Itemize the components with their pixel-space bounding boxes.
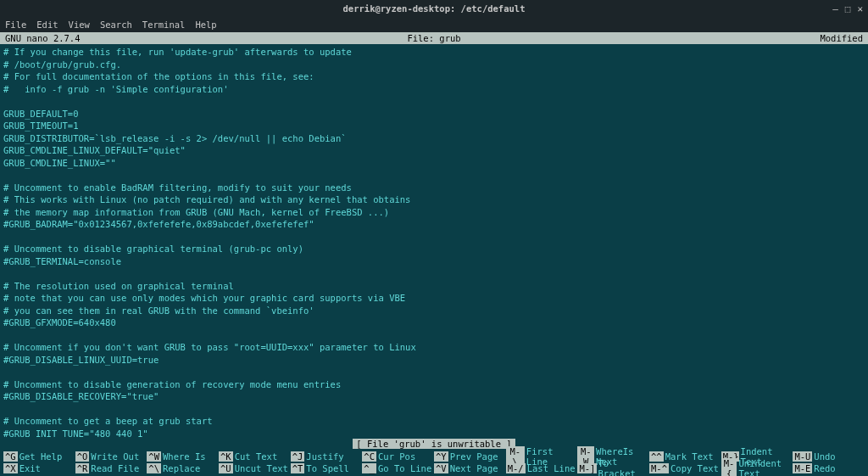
menu-help[interactable]: Help [195,20,216,30]
editor-line: #GRUB_INIT_TUNE="480 440 1" [3,428,865,439]
editor-line: GRUB_CMDLINE_LINUX="" [3,157,865,170]
shortcut-key: M-] [577,463,596,473]
shortcut-label: Get Help [19,451,63,462]
shortcut-key: ^R [75,463,90,473]
window-title: derrik@ryzen-desktop: /etc/default [343,3,526,14]
editor-line: # Uncomment to disable graphical termina… [3,243,865,255]
shortcut: M-/Last Line [506,462,578,474]
nano-version: GNU nano 2.7.4 [5,33,81,43]
shortcut-label: Copy Text [670,463,719,473]
shortcut-key: ^X [3,463,18,473]
shortcut-key: ^^ [649,451,664,462]
shortcut-label: Where Is [163,451,206,462]
shortcut: M-ERedo [793,462,865,474]
shortcut-label: Write Out [91,451,139,462]
shortcut-key: ^_ [362,463,376,473]
editor-line [3,169,865,182]
shortcut-key: ^\ [147,463,161,473]
shortcuts-panel: ^GGet Help^OWrite Out^WWhere Is^KCut Tex… [0,450,868,476]
shortcut-key: ^W [147,451,161,462]
editor-line: #GRUB_DISABLE_RECOVERY="true" [3,390,865,403]
editor-line [3,366,865,378]
editor-line [3,403,865,416]
editor-line: #GRUB_BADRAM="0x01234567,0xfefefefe,0x89… [3,218,865,231]
editor-line [3,231,865,244]
shortcut-key: ^T [291,463,305,473]
shortcut: ^OWrite Out [75,451,147,462]
editor-area[interactable]: # If you change this file, run 'update-g… [0,44,868,438]
shortcut: ^UUncut Text [219,462,291,474]
window-controls: – ⬚ ✕ [832,3,863,14]
title-bar: derrik@ryzen-desktop: /etc/default – ⬚ ✕ [0,0,868,17]
shortcut-key: M-^ [649,463,669,473]
shortcut: M-UUndo [793,451,865,462]
editor-line: #GRUB_TERMINAL=console [3,255,865,268]
editor-line [3,95,865,108]
minimize-button[interactable]: – [832,3,838,14]
status-message: [ File 'grub' is unwritable ] [353,439,515,449]
editor-line: # The resolution used on graphical termi… [3,280,865,293]
menu-view[interactable]: View [69,20,90,30]
shortcuts-row-2: ^XExit^RRead File^\Replace^UUncut Text^T… [3,462,865,474]
shortcut: ^KCut Text [219,451,291,462]
close-button[interactable]: ✕ [857,3,863,14]
menu-edit[interactable]: Edit [36,20,58,30]
shortcut: M-\First Line [506,451,578,462]
menu-bar: File Edit View Search Terminal Help [0,17,868,32]
shortcut-key: M-{ [721,458,737,476]
shortcut-key: ^Y [434,451,448,462]
shortcut-key: ^C [362,451,376,462]
shortcut-key: ^G [3,451,18,462]
shortcut-label: Exit [19,463,41,473]
nano-header: GNU nano 2.7.4 File: grub Modified [0,32,868,44]
shortcut: ^VNext Page [434,462,506,474]
menu-terminal[interactable]: Terminal [142,20,186,30]
shortcut-key: ^J [291,451,305,462]
nano-status: Modified [820,33,863,43]
shortcut-label: Go To Line [378,463,431,473]
shortcut-key: ^U [219,463,233,473]
shortcut-label: Cut Text [235,451,278,462]
status-row: [ File 'grub' is unwritable ] [0,438,868,450]
shortcut-label: Redo [814,463,835,473]
shortcut-label: Undo [814,451,835,462]
shortcut: ^\Replace [147,462,219,474]
shortcut-label: Uncut Text [235,463,288,473]
editor-line: GRUB_CMDLINE_LINUX_DEFAULT="quiet" [3,144,865,157]
editor-line: # /boot/grub/grub.cfg. [3,59,865,71]
editor-line: GRUB_DISTRIBUTOR=`lsb_release -i -s 2> /… [3,132,865,145]
editor-line [3,267,865,280]
editor-line: # This works with Linux (no patch requir… [3,193,865,206]
editor-line: # For full documentation of the options … [3,70,865,83]
shortcut: ^RRead File [75,462,147,474]
editor-line: # Uncomment to enable BadRAM filtering, … [3,182,865,194]
menu-search[interactable]: Search [100,20,132,30]
shortcut: ^JJustify [291,451,363,462]
editor-line: GRUB_DEFAULT=0 [3,108,865,120]
shortcut-label: Last Line [527,463,576,473]
editor-line: #GRUB_GFXMODE=640x480 [3,316,865,329]
shortcut-label: To Bracket [598,458,650,476]
editor-line: GRUB_TIMEOUT=1 [3,120,865,132]
shortcut: ^TTo Spell [291,462,363,474]
shortcut-key: ^V [434,463,448,473]
shortcut-label: Replace [163,463,200,473]
editor-line: # Uncomment if you don't want GRUB to pa… [3,341,865,354]
maximize-button[interactable]: ⬚ [845,3,851,14]
editor-line: # info -f grub -n 'Simple configuration' [3,83,865,96]
editor-line [3,329,865,342]
shortcut-label: Justify [306,451,343,462]
shortcut-label: Read File [91,463,139,473]
shortcut-label: Cur Pos [378,451,415,462]
shortcut: M-{Unindent Text [721,462,793,474]
editor-line: # Uncomment to get a beep at grub start [3,415,865,428]
shortcut-key: M-E [793,463,812,473]
menu-file[interactable]: File [5,20,26,30]
editor-line: # If you change this file, run 'update-g… [3,46,865,59]
shortcut-key: ^K [219,451,233,462]
shortcut: M-^Copy Text [649,462,721,474]
shortcut: ^WWhere Is [147,451,219,462]
shortcut: ^^Mark Text [649,451,721,462]
shortcut-key: M-U [793,451,812,462]
shortcut-label: Prev Page [450,451,498,462]
